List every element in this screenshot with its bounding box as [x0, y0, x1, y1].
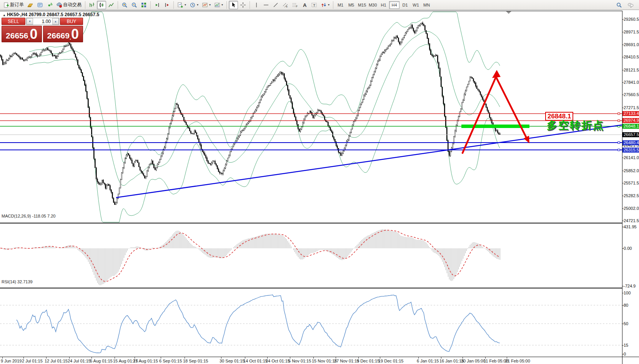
time-label: 27 Nov 01:15: [334, 359, 359, 363]
arrows-button[interactable]: ▾: [319, 1, 331, 9]
indicators-icon: [214, 2, 220, 8]
symbol-collapse-icon[interactable]: ▲: [3, 13, 6, 17]
candles: [0, 22, 500, 205]
svg-text:E: E: [286, 5, 288, 8]
search-icon[interactable]: [614, 1, 624, 9]
tf-m5-button[interactable]: M5: [346, 1, 356, 9]
tf-h1-button[interactable]: H1: [378, 1, 389, 9]
bar-chart-mode-button[interactable]: [87, 1, 97, 9]
new-order-button[interactable]: 新订单: [2, 1, 25, 9]
market-watch-button[interactable]: [26, 1, 35, 9]
tile-windows-button[interactable]: [139, 1, 148, 9]
new-chart-button[interactable]: ▾: [176, 1, 188, 9]
time-label: 12 Jul 01:15: [45, 359, 68, 363]
macd-indicator-label: MACD(12,26,9) -118.05 7.20: [2, 214, 55, 218]
indicators-dropdown-icon[interactable]: ▾: [221, 3, 223, 7]
chart-shift-button[interactable]: [162, 1, 171, 9]
templates-dropdown-icon[interactable]: ▾: [209, 3, 211, 7]
fibonacci-button[interactable]: F: [290, 1, 300, 9]
volume-input[interactable]: [33, 18, 52, 25]
navigator-button[interactable]: [35, 1, 45, 9]
auto-scroll-button[interactable]: [153, 1, 162, 9]
vertical-line-button[interactable]: [252, 1, 261, 9]
line-chart-mode-button[interactable]: [106, 1, 116, 9]
axis-tick-label: 25852.0: [624, 168, 639, 173]
indicators-button[interactable]: ▾: [213, 1, 225, 9]
support-line-26315-anchor[interactable]: [618, 149, 620, 151]
trend-arrow-leg[interactable]: [463, 77, 496, 153]
ascending-trendline[interactable]: [116, 125, 622, 198]
price-axis: 29260.528971.528691.028410.528121.527841…: [622, 11, 639, 364]
candlestick-mode-button[interactable]: [97, 1, 106, 9]
text-label-icon: T: [311, 2, 317, 8]
crosshair-button[interactable]: [238, 1, 248, 9]
volume-increase-button[interactable]: ▲: [52, 18, 59, 25]
svg-text:F: F: [296, 5, 298, 8]
sell-price-button[interactable]: 26656.0: [2, 26, 42, 42]
candlestick-mode-icon: [98, 2, 105, 8]
time-label: 6 Sep 01:15: [159, 359, 182, 363]
tf-d1-button[interactable]: D1: [400, 1, 410, 9]
price-tag-26315.5: 26315.5: [622, 148, 639, 153]
horizontal-line-button[interactable]: [261, 1, 271, 9]
price-tag-27133.4: 27133.4: [622, 111, 639, 116]
chat-icon[interactable]: [626, 1, 635, 9]
toolbar-separator: [226, 1, 227, 9]
tf-m15-button[interactable]: M15: [357, 1, 367, 9]
crosshair-icon: [240, 2, 246, 8]
text-label-button[interactable]: T: [310, 1, 319, 9]
trendline-button[interactable]: [271, 1, 280, 9]
buy-price-button[interactable]: 26669.0: [43, 26, 83, 42]
svg-text:A: A: [303, 2, 307, 8]
time-label: 30 Jan 05:00: [461, 359, 486, 363]
axis-tick-label: 29260.5: [624, 17, 639, 22]
arrows-dropdown-icon[interactable]: ▾: [328, 3, 329, 7]
volume-decrease-button[interactable]: ▼: [27, 18, 33, 25]
templates-button[interactable]: ▾: [200, 1, 212, 9]
new-chart-icon: [177, 2, 183, 8]
auto-scroll-icon: [154, 2, 160, 8]
resistance-line-26974-anchor[interactable]: [618, 120, 620, 121]
rsi-axis-label: 80: [624, 303, 628, 307]
chart-surface[interactable]: [0, 11, 622, 364]
rsi-axis-label: 0: [624, 352, 626, 356]
axis-tick-label: 25282.5: [624, 193, 639, 198]
data-window-button[interactable]: [45, 1, 54, 9]
tile-windows-icon: [141, 2, 147, 8]
zoom-in-icon: [121, 2, 128, 8]
buy-button[interactable]: BUY: [60, 18, 83, 25]
price-tag-26848.1: 26848.1: [622, 124, 639, 129]
tf-m30-button[interactable]: M30: [368, 1, 378, 9]
trendline-icon: [273, 2, 279, 8]
periods-dropdown-icon[interactable]: ▾: [197, 3, 198, 7]
price-tag-26657.5: 26657.5: [622, 132, 639, 137]
trend-arrow-leg[interactable]: [496, 77, 526, 138]
new-chart-dropdown-icon[interactable]: ▾: [185, 3, 186, 7]
tf-mn-button[interactable]: MN: [421, 1, 432, 9]
sell-button[interactable]: SELL: [2, 18, 25, 25]
data-window-icon: [47, 2, 53, 8]
sell-price-main: 26656: [6, 31, 28, 41]
trend-arrow-head[interactable]: [492, 70, 501, 78]
auto-trading-button[interactable]: 自动交易: [55, 1, 83, 9]
tf-w1-button[interactable]: W1: [411, 1, 421, 9]
axis-tick-label: 28410.5: [624, 55, 639, 59]
tf-h4-button[interactable]: H4: [389, 1, 399, 9]
time-axis: 9 Jun 20192 Jul 01:1512 Jul 01:1524 Jul …: [0, 357, 622, 364]
axis-tick-label: 25571.5: [624, 181, 639, 185]
chart-shift-marker[interactable]: [506, 11, 511, 14]
resistance-line-27133-anchor[interactable]: [618, 113, 620, 115]
time-label: 2 Jul 01:15: [22, 359, 43, 363]
zoom-in-button[interactable]: [120, 1, 129, 9]
cursor-button[interactable]: [229, 1, 238, 9]
time-label: 19 Dec 01:15: [378, 359, 403, 363]
periods-button[interactable]: ▾: [188, 1, 200, 9]
rsi-axis-label: 15: [624, 343, 628, 347]
toolbar-separator: [85, 1, 85, 9]
support-line-26480-anchor[interactable]: [618, 142, 620, 144]
turning-point-annotation[interactable]: 多空转折点: [547, 118, 604, 132]
tf-m1-button[interactable]: M1: [335, 1, 346, 9]
equidistant-channel-button[interactable]: E: [281, 1, 290, 9]
zoom-out-button[interactable]: [130, 1, 139, 9]
text-button[interactable]: A: [300, 1, 309, 9]
